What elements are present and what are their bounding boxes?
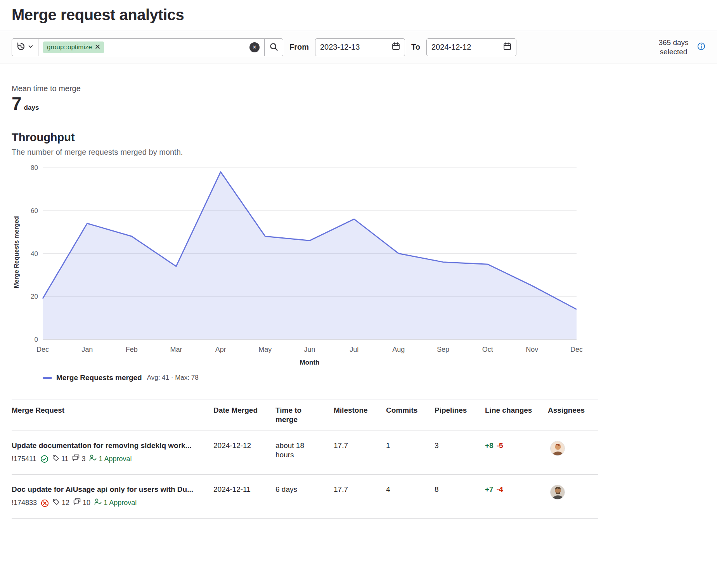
- filter-token-label: group::optimize: [47, 43, 92, 51]
- assignee-avatar[interactable]: [550, 441, 565, 456]
- info-icon[interactable]: [697, 42, 705, 52]
- mr-id[interactable]: !174833: [12, 498, 37, 507]
- deletions: -5: [497, 441, 503, 450]
- svg-text:May: May: [258, 346, 272, 353]
- col-milestone: Milestone: [334, 399, 386, 431]
- svg-text:Nov: Nov: [526, 346, 538, 353]
- svg-text:Aug: Aug: [392, 346, 405, 353]
- col-time-to-merge: Time to merge: [275, 399, 334, 431]
- svg-text:40: 40: [31, 250, 38, 258]
- stat-label: Mean time to merge: [12, 84, 705, 93]
- merge-requests-table-wrap: Merge Request Date Merged Time to merge …: [0, 399, 717, 519]
- svg-text:20: 20: [31, 293, 38, 300]
- token-remove-button[interactable]: [95, 44, 100, 50]
- calendar-icon: [392, 42, 400, 52]
- clear-search-button[interactable]: ✕: [249, 42, 260, 52]
- assignees-cell: [548, 474, 598, 518]
- chart-x-axis-label: Month: [23, 359, 584, 367]
- comments-count[interactable]: 10: [73, 498, 90, 508]
- throughput-description: The number of merge requests merged by m…: [12, 148, 705, 157]
- from-label: From: [289, 43, 309, 52]
- table-row: Update documentation for removing sideki…: [12, 431, 598, 474]
- label-tag-icon: [53, 498, 60, 508]
- col-merge-request: Merge Request: [12, 399, 213, 431]
- mr-title-link[interactable]: Doc update for AiUsage api only for user…: [12, 485, 204, 495]
- labels-count[interactable]: 12: [53, 498, 69, 508]
- milestone-cell[interactable]: 17.7: [334, 474, 386, 518]
- from-date-input[interactable]: 2023-12-13: [315, 38, 405, 56]
- svg-text:0: 0: [35, 336, 38, 343]
- chevron-down-icon: [28, 44, 33, 50]
- days-selected: 365 days selected: [653, 38, 705, 57]
- status-x-circle-icon: [41, 499, 49, 507]
- time-to-merge-cell: 6 days: [275, 474, 334, 518]
- comments-icon: [73, 498, 81, 508]
- merge-requests-table: Merge Request Date Merged Time to merge …: [12, 399, 598, 519]
- svg-text:Jan: Jan: [81, 346, 93, 353]
- filtered-search-box: group::optimize ✕: [12, 38, 283, 56]
- additions: +8: [485, 441, 494, 450]
- chart-y-axis-label: Merge Requests merged: [10, 162, 23, 358]
- to-date-input[interactable]: 2024-12-12: [426, 38, 516, 56]
- calendar-icon: [503, 42, 511, 52]
- legend-stats: Avg: 41 · Max: 78: [147, 374, 199, 382]
- approvals[interactable]: 1 Approval: [89, 454, 132, 464]
- svg-text:Sep: Sep: [437, 346, 449, 353]
- search-button[interactable]: [264, 39, 283, 56]
- to-label: To: [411, 43, 420, 52]
- filtered-search-input[interactable]: group::optimize ✕: [38, 39, 264, 56]
- col-date-merged: Date Merged: [213, 399, 275, 431]
- svg-text:Dec: Dec: [570, 346, 583, 353]
- status-check-circle-icon: [40, 455, 48, 463]
- search-icon: [269, 42, 278, 52]
- label-tag-icon: [52, 455, 59, 464]
- approval-person-check-icon: [94, 498, 102, 508]
- svg-text:Apr: Apr: [215, 346, 226, 353]
- assignee-avatar[interactable]: [550, 485, 565, 500]
- commits-cell: 1: [386, 431, 435, 474]
- mr-id[interactable]: !175411: [12, 455, 36, 463]
- filter-bar: group::optimize ✕ From 2023-12-13 To 202…: [0, 31, 717, 64]
- col-pipelines: Pipelines: [435, 399, 485, 431]
- svg-text:Oct: Oct: [482, 346, 493, 353]
- mr-title-link[interactable]: Update documentation for removing sideki…: [12, 441, 204, 451]
- milestone-cell[interactable]: 17.7: [334, 431, 386, 474]
- date-merged-cell: 2024-12-12: [213, 431, 275, 474]
- from-date-value: 2023-12-13: [320, 43, 360, 52]
- legend-swatch: [43, 377, 52, 379]
- assignees-cell: [548, 431, 598, 474]
- comments-icon: [72, 454, 80, 464]
- svg-text:Jul: Jul: [350, 346, 358, 353]
- mean-time-to-merge-stat: Mean time to merge 7 days: [0, 84, 717, 114]
- line-changes-cell: +7-4: [485, 474, 548, 518]
- history-icon: [17, 42, 25, 52]
- search-history-dropdown[interactable]: [12, 39, 38, 56]
- days-selected-text: 365 days selected: [653, 38, 694, 57]
- close-icon: [95, 44, 100, 50]
- filter-token[interactable]: group::optimize: [43, 42, 104, 53]
- svg-text:Mar: Mar: [170, 346, 182, 353]
- table-header-row: Merge Request Date Merged Time to merge …: [12, 399, 598, 431]
- labels-count[interactable]: 11: [52, 455, 69, 464]
- svg-text:80: 80: [31, 164, 38, 171]
- svg-text:Jun: Jun: [304, 346, 315, 353]
- pipelines-cell: 8: [435, 474, 485, 518]
- page-title: Merge request analytics: [12, 6, 705, 24]
- col-commits: Commits: [386, 399, 435, 431]
- deletions: -4: [497, 485, 503, 493]
- line-changes-cell: +8-5: [485, 431, 548, 474]
- page-header: Merge request analytics: [0, 0, 717, 31]
- stat-unit: days: [24, 104, 39, 112]
- approval-person-check-icon: [89, 454, 97, 464]
- approvals[interactable]: 1 Approval: [94, 498, 137, 508]
- comments-count[interactable]: 3: [72, 454, 85, 464]
- to-date-value: 2024-12-12: [431, 43, 471, 52]
- svg-text:60: 60: [31, 207, 38, 214]
- legend-series-label: Merge Requests merged: [56, 374, 142, 382]
- date-merged-cell: 2024-12-11: [213, 474, 275, 518]
- time-to-merge-cell: about 18 hours: [275, 431, 334, 474]
- table-row: Doc update for AiUsage api only for user…: [12, 474, 598, 518]
- col-line-changes: Line changes: [485, 399, 548, 431]
- throughput-chart-section: Merge Requests merged 020406080DecJanFeb…: [0, 162, 717, 382]
- chart-legend: Merge Requests merged Avg: 41 · Max: 78: [43, 374, 717, 382]
